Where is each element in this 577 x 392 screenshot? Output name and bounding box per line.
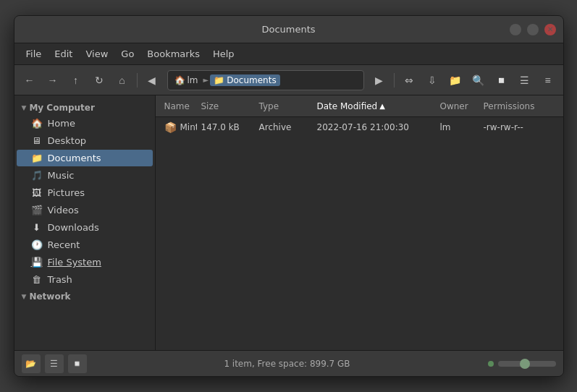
minimize-button[interactable]: –	[510, 24, 521, 35]
zoom-thumb[interactable]	[520, 359, 530, 369]
menu-help[interactable]: Help	[207, 46, 240, 61]
prev-breadcrumb-button[interactable]: ◀	[141, 69, 163, 91]
zoom-dot	[488, 361, 494, 367]
menubar: File Edit View Go Bookmarks Help	[14, 43, 563, 65]
videos-icon: 🎬	[31, 205, 43, 216]
breadcrumb-sep: ►	[203, 76, 209, 84]
file-area: Name Size Type Date Modified ▲ Owner Per…	[156, 95, 563, 350]
sidebar: ▼ My Computer 🏠 Home 🖥 Desktop 📁 Documen…	[14, 95, 156, 350]
menu-go[interactable]: Go	[115, 46, 140, 61]
file-size-cell: 147.0 kB	[197, 122, 255, 132]
back-button[interactable]: ←	[19, 69, 41, 91]
table-row[interactable]: 📦 Mint-X-Dark.zip 147.0 kB Archive 2022-…	[156, 117, 563, 137]
next-breadcrumb-button[interactable]: ▶	[368, 69, 390, 91]
file-name-cell: 📦 Mint-X-Dark.zip	[160, 122, 197, 133]
file-list: 📦 Mint-X-Dark.zip 147.0 kB Archive 2022-…	[156, 117, 563, 350]
col-name[interactable]: Name	[160, 101, 197, 111]
breadcrumb-home[interactable]: 🏠 lm	[171, 74, 202, 86]
sidebar-label-desktop: Desktop	[48, 135, 87, 146]
filesystem-icon: 💾	[31, 257, 43, 268]
network-section-label: Network	[29, 291, 70, 302]
col-permissions[interactable]: Permissions	[479, 101, 559, 111]
file-date-cell: 2022-07-16 21:00:30	[313, 122, 436, 132]
statusbar-btn-1[interactable]: 📂	[22, 354, 41, 373]
toolbar-sep-1	[137, 73, 138, 88]
statusbar: 📂 ☰ ◽ 1 item, Free space: 899.7 GB	[14, 350, 563, 376]
trash-icon: 🗑	[31, 274, 43, 285]
menu-bookmarks[interactable]: Bookmarks	[141, 46, 206, 61]
window-title: Documents	[22, 24, 556, 35]
close-button[interactable]: ✕	[544, 24, 556, 35]
file-manager-window: Documents – □ ✕ File Edit View Go Bookma…	[14, 15, 564, 377]
menu-edit[interactable]: Edit	[49, 46, 78, 61]
sidebar-label-pictures: Pictures	[48, 187, 85, 198]
icon-view-button[interactable]: ◽	[491, 69, 513, 91]
file-icon: 📦	[164, 122, 177, 133]
sidebar-item-downloads[interactable]: ⬇ Downloads	[17, 219, 153, 236]
file-permissions: -rw-rw-r--	[484, 122, 523, 132]
sidebar-item-filesystem[interactable]: 💾 File System	[17, 254, 153, 270]
sidebar-item-music[interactable]: 🎵 Music	[17, 167, 153, 184]
sidebar-label-home: Home	[48, 118, 75, 129]
sidebar-item-documents[interactable]: 📁 Documents	[17, 150, 153, 166]
desktop-icon: 🖥	[31, 135, 43, 146]
menu-file[interactable]: File	[20, 46, 48, 61]
sidebar-item-trash[interactable]: 🗑 Trash	[17, 271, 153, 288]
col-date[interactable]: Date Modified ▲	[313, 101, 436, 111]
section-label: My Computer	[29, 103, 94, 113]
sidebar-label-videos: Videos	[48, 205, 79, 216]
zoom-slider[interactable]	[498, 361, 556, 367]
sidebar-section-my-computer[interactable]: ▼ My Computer	[14, 100, 155, 114]
sidebar-item-desktop[interactable]: 🖥 Desktop	[17, 132, 153, 149]
sidebar-item-pictures[interactable]: 🖼 Pictures	[17, 184, 153, 201]
compact-view-button[interactable]: ≡	[537, 69, 559, 91]
up-button[interactable]: ↑	[65, 69, 87, 91]
sidebar-label-trash: Trash	[48, 274, 72, 285]
search-button[interactable]: 🔍	[468, 69, 489, 91]
recent-icon: 🕐	[31, 239, 43, 250]
home-icon: 🏠	[174, 75, 185, 85]
toolbar: ← → ↑ ↻ ⌂ ◀ 🏠 lm ► 📁 Documents ▶ ⇔ ⇩ 📁 🔍…	[14, 65, 563, 95]
toggle-button[interactable]: ⇔	[398, 69, 420, 91]
status-text: 1 item, Free space: 899.7 GB	[91, 359, 484, 369]
file-owner-cell: lm	[436, 122, 479, 132]
titlebar: Documents – □ ✕	[14, 16, 563, 43]
pictures-icon: 🖼	[31, 187, 43, 198]
breadcrumb-lm-label: lm	[188, 75, 198, 85]
breadcrumb-documents[interactable]: 📁 Documents	[210, 74, 279, 86]
upload-button[interactable]: ⇩	[421, 69, 443, 91]
section-arrow: ▼	[22, 104, 27, 111]
sidebar-item-home[interactable]: 🏠 Home	[17, 115, 153, 132]
folder-icon: 📁	[214, 75, 224, 85]
music-icon: 🎵	[31, 170, 43, 181]
file-owner: lm	[440, 122, 451, 132]
sidebar-label-documents: Documents	[48, 153, 101, 163]
file-size: 147.0 kB	[201, 122, 240, 132]
new-folder-button[interactable]: 📁	[445, 69, 466, 91]
main-content: ▼ My Computer 🏠 Home 🖥 Desktop 📁 Documen…	[14, 95, 563, 350]
list-view-button[interactable]: ☰	[514, 69, 536, 91]
network-section-arrow: ▼	[22, 293, 27, 300]
statusbar-btn-3[interactable]: ◽	[68, 354, 87, 373]
maximize-button[interactable]: □	[527, 24, 539, 35]
location-bar: 🏠 lm ► 📁 Documents	[167, 70, 364, 90]
file-name: Mint-X-Dark.zip	[180, 122, 197, 132]
col-type[interactable]: Type	[255, 101, 313, 111]
sidebar-section-network[interactable]: ▼ Network	[14, 289, 155, 303]
file-permissions-cell: -rw-rw-r--	[479, 122, 559, 132]
col-owner[interactable]: Owner	[436, 101, 479, 111]
file-table-header: Name Size Type Date Modified ▲ Owner Per…	[156, 95, 563, 117]
menu-view[interactable]: View	[80, 46, 114, 61]
statusbar-btn-2[interactable]: ☰	[45, 354, 64, 373]
window-controls: – □ ✕	[510, 24, 556, 35]
col-size[interactable]: Size	[197, 101, 255, 111]
sidebar-item-videos[interactable]: 🎬 Videos	[17, 202, 153, 218]
home-button[interactable]: ⌂	[111, 69, 133, 91]
sidebar-label-recent: Recent	[48, 239, 80, 250]
forward-button[interactable]: →	[42, 69, 64, 91]
reload-button[interactable]: ↻	[88, 69, 110, 91]
file-date: 2022-07-16 21:00:30	[317, 122, 409, 132]
sidebar-item-recent[interactable]: 🕐 Recent	[17, 237, 153, 253]
sidebar-label-filesystem: File System	[48, 257, 101, 268]
downloads-icon: ⬇	[31, 222, 43, 233]
